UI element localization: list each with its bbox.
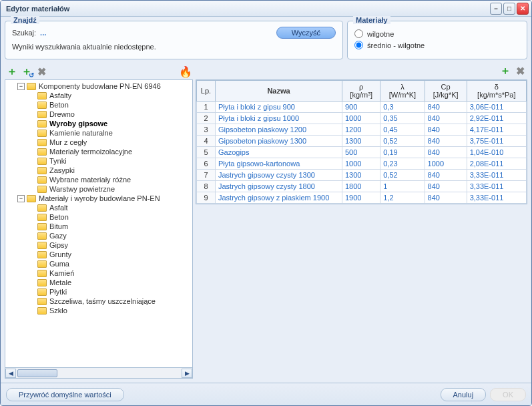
- fire-icon[interactable]: 🔥: [180, 65, 192, 77]
- cell-lp[interactable]: 8: [197, 181, 216, 192]
- cell-delta[interactable]: 2,92E-011: [467, 113, 526, 124]
- grid-delete-icon[interactable]: ✖: [514, 65, 526, 77]
- col-nazwa[interactable]: Nazwa: [216, 81, 342, 102]
- cell-rho[interactable]: 1300: [342, 170, 380, 181]
- cell-lp[interactable]: 4: [197, 136, 216, 147]
- col-lp[interactable]: Lp.: [197, 81, 216, 102]
- cell-lambda[interactable]: 0,3: [380, 102, 425, 113]
- cell-rho[interactable]: 1900: [342, 192, 380, 204]
- cell-lambda[interactable]: 0,52: [380, 136, 425, 147]
- cell-nazwa[interactable]: Jastrych gipsowy z piaskiem 1900: [216, 192, 342, 204]
- tree-child-item[interactable]: Kamienie naturalne: [5, 128, 192, 138]
- horizontal-scrollbar[interactable]: ◀ ▶: [5, 368, 193, 379]
- cell-rho[interactable]: 900: [342, 102, 380, 113]
- grid-add-icon[interactable]: ＋: [499, 65, 511, 77]
- cell-lambda[interactable]: 0,52: [380, 170, 425, 181]
- cell-lp[interactable]: 7: [197, 170, 216, 181]
- cell-delta[interactable]: 3,33E-011: [467, 192, 526, 204]
- radio-srednio-input[interactable]: [354, 41, 363, 49]
- maximize-button[interactable]: □: [503, 3, 515, 15]
- cell-lp[interactable]: 6: [197, 158, 216, 170]
- tree-child-item[interactable]: Wybrane materiały różne: [5, 175, 192, 184]
- scroll-right-button[interactable]: ▶: [182, 369, 192, 378]
- cell-cp[interactable]: 840: [425, 181, 467, 192]
- cell-nazwa[interactable]: Płyta gipsowo-kartonowa: [216, 158, 342, 170]
- tree-child-item[interactable]: Tynki: [5, 156, 192, 166]
- tree-child-item[interactable]: Beton: [5, 100, 192, 110]
- tree-child-item[interactable]: Materiały termoizolacyjne: [5, 147, 192, 156]
- minimize-button[interactable]: －: [490, 3, 502, 15]
- cell-delta[interactable]: 4,17E-011: [467, 124, 526, 136]
- clear-button[interactable]: Wyczyść: [276, 27, 336, 39]
- table-row[interactable]: 7Jastrych gipsowy czysty 130013000,52840…: [197, 170, 527, 181]
- cell-cp[interactable]: 840: [425, 124, 467, 136]
- cell-delta[interactable]: 3,06E-011: [467, 102, 526, 113]
- tree-child-item[interactable]: Gazy: [5, 231, 192, 240]
- col-lambda[interactable]: λ[W/m*K]: [380, 81, 425, 102]
- cell-nazwa[interactable]: Gazogips: [216, 147, 342, 158]
- cell-delta[interactable]: 1,04E-010: [467, 147, 526, 158]
- tree-child-item[interactable]: Guma: [5, 259, 192, 268]
- table-row[interactable]: 9Jastrych gipsowy z piaskiem 190019001,2…: [197, 192, 527, 204]
- table-row[interactable]: 1Płyta i bloki z gipsu 9009000,38403,06E…: [197, 102, 527, 113]
- cell-cp[interactable]: 840: [425, 102, 467, 113]
- col-cp[interactable]: Cp[J/kg*K]: [425, 81, 467, 102]
- expander-icon[interactable]: −: [17, 195, 25, 202]
- tree-child-item[interactable]: Grunty: [5, 250, 192, 259]
- cell-lp[interactable]: 3: [197, 124, 216, 136]
- table-row[interactable]: 6Płyta gipsowo-kartonowa10000,2310002,08…: [197, 158, 527, 170]
- cell-lp[interactable]: 5: [197, 147, 216, 158]
- tree-root-item[interactable]: −Materiały i wyroby budowlane PN-EN: [5, 194, 192, 203]
- tree-child-item[interactable]: Asfalty: [5, 91, 192, 100]
- tree-child-item[interactable]: Kamień: [5, 268, 192, 278]
- cell-rho[interactable]: 500: [342, 147, 380, 158]
- tree-child-item[interactable]: Metale: [5, 278, 192, 287]
- tree-child-item[interactable]: Gipsy: [5, 240, 192, 250]
- tree-child-item[interactable]: Warstwy powietrzne: [5, 184, 192, 194]
- table-row[interactable]: 8Jastrych gipsowy czysty 1800180018403,3…: [197, 181, 527, 192]
- cell-lambda[interactable]: 0,45: [380, 124, 425, 136]
- cell-nazwa[interactable]: Jastrych gipsowy czysty 1300: [216, 170, 342, 181]
- cell-nazwa[interactable]: Płyta i bloki z gipsu 1000: [216, 113, 342, 124]
- cell-lambda[interactable]: 0,35: [380, 113, 425, 124]
- tree-child-item[interactable]: Wyroby gipsowe: [5, 119, 192, 128]
- table-row[interactable]: 2Płyta i bloki z gipsu 100010000,358402,…: [197, 113, 527, 124]
- cell-lp[interactable]: 1: [197, 102, 216, 113]
- radio-wilgotne[interactable]: wilgotne: [354, 29, 520, 38]
- cell-delta[interactable]: 2,08E-011: [467, 158, 526, 170]
- cell-nazwa[interactable]: Płyta i bloki z gipsu 900: [216, 102, 342, 113]
- cell-nazwa[interactable]: Gipsobeton piaskowy 1200: [216, 124, 342, 136]
- cell-cp[interactable]: 840: [425, 147, 467, 158]
- restore-defaults-button[interactable]: Przywróć domyślne wartości: [6, 388, 124, 401]
- cell-delta[interactable]: 3,33E-011: [467, 181, 526, 192]
- cell-rho[interactable]: 1800: [342, 181, 380, 192]
- cell-lambda[interactable]: 1: [380, 181, 425, 192]
- scroll-left-button[interactable]: ◀: [5, 369, 16, 378]
- table-row[interactable]: 4Gipsobeton piaskowy 130013000,528403,75…: [197, 136, 527, 147]
- cell-lambda[interactable]: 0,23: [380, 158, 425, 170]
- scroll-thumb[interactable]: [17, 369, 57, 377]
- cell-cp[interactable]: 840: [425, 192, 467, 204]
- tree-root-item[interactable]: −Komponenty budowlane PN-EN 6946: [5, 81, 192, 91]
- expander-icon[interactable]: −: [17, 83, 25, 90]
- cell-rho[interactable]: 1000: [342, 113, 380, 124]
- radio-wilgotne-input[interactable]: [354, 29, 363, 38]
- tree-child-item[interactable]: Szkło: [5, 306, 192, 315]
- col-rho[interactable]: ρ[kg/m³]: [342, 81, 380, 102]
- cancel-button[interactable]: Anuluj: [441, 388, 487, 401]
- cell-lp[interactable]: 9: [197, 192, 216, 204]
- tree-child-item[interactable]: Drewno: [5, 110, 192, 119]
- close-button[interactable]: ✕: [517, 3, 529, 15]
- tree[interactable]: −Komponenty budowlane PN-EN 6946AsfaltyB…: [5, 79, 193, 368]
- tree-child-item[interactable]: Zasypki: [5, 166, 192, 175]
- table-row[interactable]: 3Gipsobeton piaskowy 120012000,458404,17…: [197, 124, 527, 136]
- delete-icon[interactable]: ✖: [35, 65, 47, 77]
- table-row[interactable]: 5Gazogips5000,198401,04E-010: [197, 147, 527, 158]
- data-grid[interactable]: Lp. Nazwa ρ[kg/m³] λ[W/m*K] Cp[J/kg*K] δ…: [196, 79, 527, 204]
- tree-child-item[interactable]: Bitum: [5, 222, 192, 231]
- tree-child-item[interactable]: Mur z cegły: [5, 138, 192, 147]
- add-icon[interactable]: ＋: [6, 65, 18, 77]
- cell-delta[interactable]: 3,33E-011: [467, 170, 526, 181]
- cell-cp[interactable]: 840: [425, 113, 467, 124]
- cell-delta[interactable]: 3,75E-011: [467, 136, 526, 147]
